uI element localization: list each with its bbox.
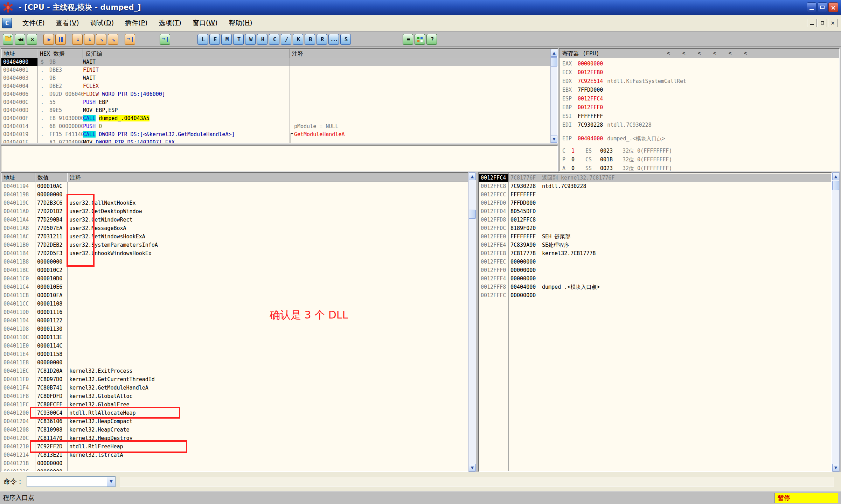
dump-row[interactable]: 004012087C810908kernel32.HeapCreate [1,426,468,434]
stack-row[interactable]: 0012FFF000000000 [479,266,831,274]
disasm-row[interactable]: 0040401F.A3 07304000MOV DWORD PTR DS:[40… [1,139,550,144]
stack-row[interactable]: 0012FFCCFFFFFFFF [479,190,831,199]
dump-row[interactable]: 004011B077D2DEB2user32.SystemParametersI… [1,241,468,249]
register-row[interactable]: EDI7C930228ntdll.7C930228 [559,121,839,130]
column-divider[interactable] [540,173,540,471]
column-divider[interactable] [37,58,38,143]
disasm-row[interactable]: 00404003.9BWAIT [1,74,550,82]
child-restore-button[interactable] [818,19,827,27]
stack-row[interactable]: 0012FFD07FFDD000 [479,199,831,207]
dump-row[interactable]: 004011D400001122 [1,316,468,325]
memory-window-button[interactable]: M [221,34,232,45]
stack-row[interactable]: 0012FFDC8189F020 [479,224,831,232]
dump-row[interactable]: 004012147C813E21kernel32.lstrcatA [1,451,468,459]
stack-row[interactable]: 0012FFE47C839A90SE处理程序 [479,241,831,249]
dump-row[interactable]: 00401194000010AC [1,182,468,190]
scroll-thumb[interactable] [469,210,476,219]
register-row[interactable]: EAX00000000 [559,59,839,68]
column-header-disassembly[interactable]: 反汇编 [83,49,290,58]
disasm-row[interactable]: 0040400F.E8 91030000CALL dumped_.004043A… [1,114,550,122]
source-window-button[interactable]: S [340,34,351,45]
dump-row[interactable]: 004011C8000010FA [1,291,468,300]
dump-row[interactable]: 004012107C92FF2Dntdll.RtlFreeHeap [1,442,468,451]
stack-row[interactable]: 0012FFF800404000dumped_.<模块入口点> [479,283,831,291]
child-close-button[interactable]: × [828,19,837,27]
dump-row[interactable]: 0040119C77D2B3C6user32.CallNextHookEx [1,199,468,207]
dump-row[interactable]: 004011F07C8097D0kernel32.GetCurrentThrea… [1,375,468,384]
command-input[interactable] [27,477,107,486]
dropdown-icon[interactable]: ▼ [107,477,115,486]
scroll-down-icon[interactable]: ▼ [832,464,839,471]
collapse-section-button[interactable]: < [709,49,720,58]
close-button[interactable]: × [828,2,838,12]
collapse-section-button[interactable]: < [679,49,689,58]
column-header-comment[interactable]: 注释 [290,49,557,58]
disasm-row[interactable]: 0040400C.55PUSH EBP [1,98,550,106]
stack-row[interactable]: 0012FFF400000000 [479,274,831,283]
dump-row[interactable]: 004011EC7C81D20Akernel32.ExitProcess [1,367,468,375]
dump-row[interactable]: 004012007C9300C4ntdll.RtlAllocateHeap [1,409,468,417]
minimize-button[interactable] [807,2,816,12]
collapse-section-button[interactable]: < [663,49,674,58]
dump-row[interactable]: 0040121800000000 [1,459,468,468]
scroll-thumb[interactable] [551,57,557,66]
menu-item-p[interactable]: 插件(P) [119,16,153,30]
dump-row[interactable]: 004011A077D2D1D2user32.GetDesktopWindow [1,207,468,216]
register-row[interactable]: EBX7FFDD000 [559,86,839,94]
menu-item-t[interactable]: 选项(T) [153,16,187,30]
dump-row[interactable]: 004011D000001116 [1,308,468,316]
column-divider[interactable] [67,182,68,471]
column-header-hex[interactable]: HEX 数据 [37,49,83,58]
column-header-address[interactable]: 地址 [1,49,37,58]
menu-item-w[interactable]: 窗口(W) [187,16,223,30]
executables-window-button[interactable]: E [209,34,220,45]
stack-row[interactable]: 0012FFD80012FFC8 [479,216,831,224]
stack-row[interactable]: 0012FFEC00000000 [479,258,831,266]
dump-row[interactable]: 004011F47C80B741kernel32.GetModuleHandle… [1,384,468,392]
call-stack-window-button[interactable]: K [293,34,303,45]
step-over-button[interactable]: ⇓ [84,34,95,45]
scroll-down-icon[interactable]: ▼ [469,464,476,471]
restart-button[interactable]: ◀◀ [15,34,25,45]
stack-row[interactable]: 0012FFE0FFFFFFFFSEH 链尾部 [479,232,831,241]
dump-row[interactable]: 004011C0000010D0 [1,274,468,283]
dump-row[interactable]: 004011C4000010E6 [1,283,468,291]
dump-row[interactable]: 004011DC0000113E [1,333,468,342]
flag-row[interactable]: P0CS001B32位 0(FFFFFFFF) [559,155,839,164]
dump-row[interactable]: 004011B477D2D5F3user32.UnhookWindowsHook… [1,249,468,258]
disasm-row[interactable]: 00404019.FF15 F4114000CALL DWORD PTR DS:… [1,131,550,139]
dump-row[interactable]: 004011D800001130 [1,325,468,333]
menu-item-d[interactable]: 调试(D) [85,16,119,30]
column-divider[interactable] [35,182,35,471]
disasm-row[interactable]: 0040400D.89E5MOV EBP,ESP [1,106,550,114]
column-divider[interactable] [83,58,83,143]
dump-row[interactable]: 004011A877D507EAuser32.MessageBoxA [1,224,468,232]
column-header-value[interactable]: 数值 [35,173,67,182]
register-row[interactable]: ECX0012FFB0 [559,68,839,77]
menu-item-f[interactable]: 文件(F) [17,16,50,30]
register-row[interactable]: ESP0012FFC4 [559,94,839,103]
column-header-comment[interactable]: 注释 [67,173,468,182]
disasm-row[interactable]: 00404000$9BWAIT [1,58,550,66]
handles-window-button[interactable]: H [257,34,267,45]
animate-into-button[interactable]: ↘ [96,34,106,45]
register-row[interactable]: EBP0012FFF0 [559,103,839,112]
disassembly-scrollbar[interactable]: ▲ ▼ [550,49,557,143]
register-row[interactable]: ESIFFFFFFFF [559,112,839,121]
open-file-button[interactable] [3,34,13,45]
dump-row[interactable]: 0040119800000000 [1,190,468,199]
dump-row[interactable]: 004011CC00001108 [1,300,468,308]
windows-window-button[interactable]: W [245,34,256,45]
column-header-address[interactable]: 地址 [1,173,35,182]
dump-row[interactable]: 004011F87C80FDFDkernel32.GlobalAlloc [1,392,468,400]
stack-row[interactable]: 0012FFE87C817778kernel32.7C817778 [479,249,831,258]
disasm-row[interactable]: 00404006.D92D 00604000FLDCW WORD PTR DS:… [1,90,550,98]
animate-over-button[interactable]: ⇘ [108,34,118,45]
scroll-down-icon[interactable]: ▼ [551,135,557,143]
run-trace-window-button[interactable]: ... [328,34,339,45]
pause-button[interactable] [55,34,66,45]
collapse-section-button[interactable]: < [740,49,751,58]
dump-row[interactable]: 004011FC7C80FCFFkernel32.GlobalFree [1,400,468,409]
dump-row[interactable]: 0040121C00000000 [1,468,468,472]
dump-row[interactable]: 004011E800000000 [1,358,468,367]
